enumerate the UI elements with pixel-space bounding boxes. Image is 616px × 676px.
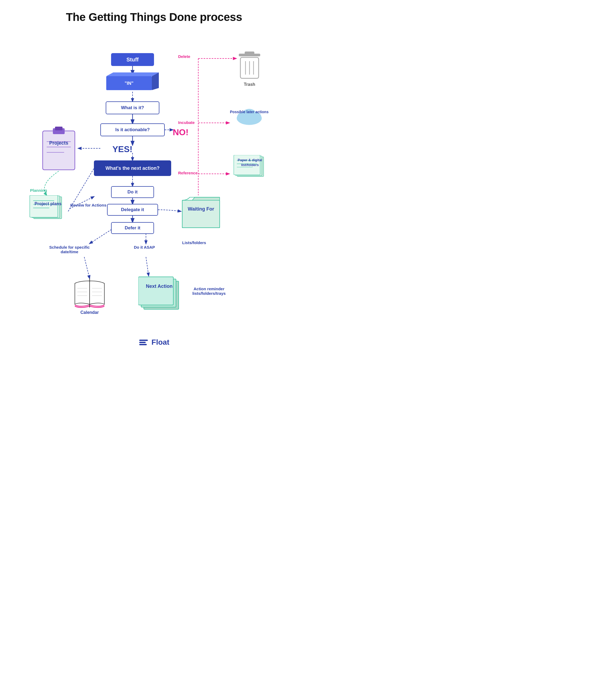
yes-label: YES! [112,144,132,154]
review-label: Review for Actions [70,203,106,207]
planning-label: Planning [30,188,47,192]
projects-label: Projects [40,140,77,146]
float-logo-text: Float [152,338,170,347]
svg-rect-53 [182,201,219,228]
paper-folders: Paper & digital list/folders [229,155,271,192]
svg-line-18 [84,257,90,278]
svg-text:"IN": "IN" [124,81,133,86]
cloud-shape: Possible later actions [229,107,269,136]
action-reminder-label: Action reminder lists/folders/trays [183,286,234,296]
defer-box: Defer it [111,222,154,234]
project-plans: Project plans [28,195,68,230]
svg-rect-66 [139,340,148,341]
svg-marker-22 [106,72,159,76]
calendar-book: Calendar [68,278,111,311]
waiting-for-folder: Waiting For [181,195,221,238]
do-it-asap-label: Do it ASAP [134,245,155,249]
actionable-box: Is it actionable? [100,123,165,136]
calendar-label: Calendar [68,310,111,315]
incubate-label: Incubate [178,120,195,125]
float-logo: Float [139,337,170,347]
reference-label: Reference [178,171,198,175]
svg-rect-68 [139,344,147,345]
schedule-label: Schedule for specific date/time [47,245,92,254]
doit-box: Do it [111,186,154,198]
projects-clipboard: Projects [40,125,77,171]
page-title: The Getting Things Done process [66,11,242,23]
next-action-label: Next Action [138,283,180,289]
trash-icon: Trash [236,50,263,80]
diagram: Stuff "IN" What is it? Is it actionable?… [12,37,296,327]
svg-rect-26 [245,52,254,55]
svg-rect-43 [55,127,62,130]
project-plans-label: Project plans [28,201,68,207]
cloud-label: Possible later actions [229,109,269,114]
stuff-box: Stuff [111,53,154,66]
svg-rect-41 [43,131,75,170]
delegate-box: Delegate it [107,204,158,216]
svg-rect-56 [138,277,173,305]
svg-line-16 [90,228,114,243]
float-logo-icon [139,337,148,347]
trash-label: Trash [236,82,263,87]
in-box: "IN" [106,72,159,92]
whatisit-box: What is it? [106,101,159,114]
no-label: NO! [173,127,188,137]
svg-line-19 [146,257,149,276]
lists-folders-label: Lists/folders [182,240,206,245]
next-action-folder: Next Action [138,276,176,317]
svg-rect-67 [139,342,146,343]
paper-folders-label: Paper & digital list/folders [229,158,271,167]
whats-next-action-box: What's the next action? [94,160,171,176]
waiting-for-label: Waiting For [181,206,221,212]
delete-label: Delete [178,54,190,59]
